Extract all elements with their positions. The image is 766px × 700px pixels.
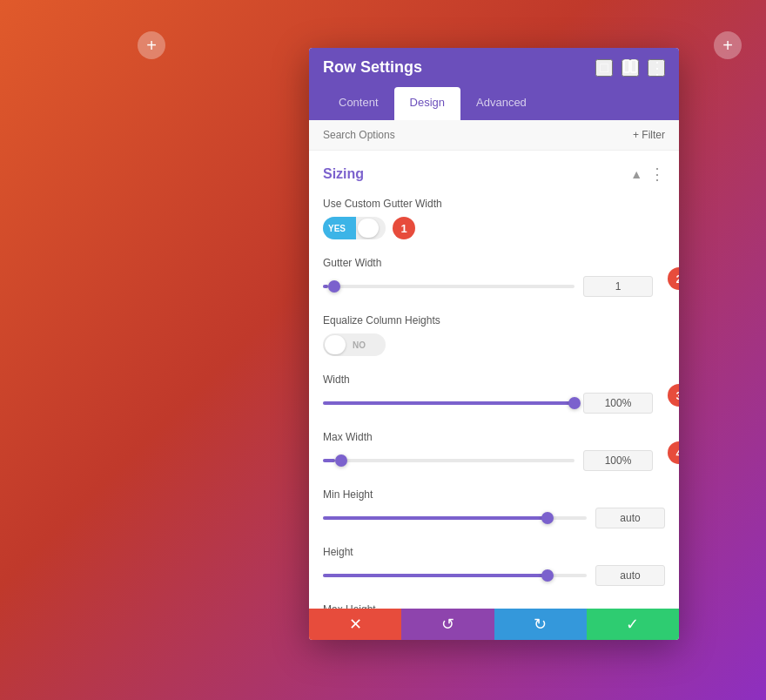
use-custom-gutter-field: Use Custom Gutter Width YES 1 bbox=[309, 191, 679, 250]
tab-content[interactable]: Content bbox=[323, 87, 394, 120]
sizing-more-button[interactable]: ⋮ bbox=[649, 165, 665, 184]
tab-bar: Content Design Advanced bbox=[309, 87, 679, 120]
more-options-icon-button[interactable]: ⋮ bbox=[648, 59, 665, 77]
gutter-width-slider-row: 1 bbox=[323, 276, 653, 297]
toggle-no-thumb bbox=[325, 335, 346, 354]
max-width-field: Max Width 100% 4 bbox=[309, 424, 679, 481]
gutter-width-label: Gutter Width bbox=[323, 257, 653, 269]
gutter-width-track bbox=[323, 285, 574, 288]
toggle-no-label: NO bbox=[347, 333, 371, 356]
gutter-width-slider[interactable] bbox=[323, 278, 574, 295]
gutter-width-field: Gutter Width 1 2 bbox=[309, 250, 679, 307]
panel-body: Sizing ▲ ⋮ Use Custom Gutter Width YES 1 bbox=[309, 151, 679, 609]
min-height-slider-row: auto bbox=[323, 508, 665, 528]
toggle-thumb bbox=[358, 219, 379, 238]
more-options-icon: ⋮ bbox=[648, 57, 665, 78]
badge-1: 1 bbox=[393, 217, 415, 239]
max-height-field: Max Height none bbox=[309, 596, 679, 609]
height-slider[interactable] bbox=[323, 567, 587, 584]
min-height-value: auto bbox=[595, 508, 665, 528]
width-track bbox=[323, 401, 574, 405]
tab-design[interactable]: Design bbox=[394, 87, 460, 120]
min-height-label: Min Height bbox=[323, 488, 665, 501]
width-slider[interactable] bbox=[323, 394, 574, 412]
height-slider-row: auto bbox=[323, 565, 665, 586]
max-width-value: 100% bbox=[583, 450, 653, 471]
footer-bar: ✕ ↺ ↻ ✓ bbox=[309, 609, 679, 640]
width-value: 100% bbox=[583, 393, 653, 414]
min-height-slider[interactable] bbox=[323, 509, 587, 527]
height-fill bbox=[323, 574, 548, 577]
max-width-slider[interactable] bbox=[323, 452, 574, 469]
sizing-section: Sizing ▲ ⋮ Use Custom Gutter Width YES 1 bbox=[309, 151, 679, 609]
search-bar: + Filter bbox=[309, 120, 679, 151]
copy-icon: □ bbox=[600, 60, 608, 76]
redo-button[interactable]: ↻ bbox=[494, 609, 587, 640]
save-button[interactable]: ✓ bbox=[587, 609, 679, 640]
min-height-thumb[interactable] bbox=[541, 512, 554, 524]
use-custom-gutter-label: Use Custom Gutter Width bbox=[323, 198, 665, 210]
equalize-toggle[interactable]: NO bbox=[323, 333, 386, 356]
max-width-track bbox=[323, 459, 574, 462]
width-fill bbox=[323, 401, 574, 405]
height-thumb[interactable] bbox=[541, 569, 554, 582]
copy-icon-button[interactable]: □ bbox=[595, 59, 613, 77]
max-width-fill bbox=[323, 459, 335, 462]
modal-header: Row Settings □ ⋮ bbox=[309, 48, 679, 87]
cancel-button[interactable]: ✕ bbox=[309, 609, 401, 640]
min-height-field: Min Height auto bbox=[309, 481, 679, 539]
filter-label: + Filter bbox=[633, 129, 665, 141]
undo-button[interactable]: ↺ bbox=[401, 609, 494, 640]
filter-button[interactable]: + Filter bbox=[633, 129, 665, 141]
svg-rect-1 bbox=[631, 60, 636, 72]
max-width-label: Max Width bbox=[323, 431, 653, 443]
plus-icon-left: + bbox=[146, 36, 157, 56]
width-slider-row: 100% bbox=[323, 393, 653, 414]
modal-title: Row Settings bbox=[323, 58, 422, 77]
width-thumb[interactable] bbox=[568, 397, 581, 409]
toggle-yes-label: YES bbox=[323, 217, 356, 239]
search-input[interactable] bbox=[323, 129, 626, 141]
equalize-column-heights-field: Equalize Column Heights NO bbox=[309, 307, 679, 367]
gutter-width-thumb[interactable] bbox=[328, 280, 340, 293]
row-settings-modal: Row Settings □ ⋮ Content Design Advanced bbox=[309, 48, 679, 640]
undo-icon: ↺ bbox=[441, 615, 454, 634]
sizing-collapse-button[interactable]: ▲ bbox=[630, 167, 642, 181]
max-width-thumb[interactable] bbox=[335, 454, 347, 467]
tab-advanced[interactable]: Advanced bbox=[460, 87, 542, 120]
use-custom-gutter-toggle[interactable]: YES bbox=[323, 217, 386, 239]
cancel-icon: ✕ bbox=[349, 615, 362, 634]
height-track bbox=[323, 574, 587, 577]
height-label: Height bbox=[323, 546, 665, 558]
equalize-column-heights-label: Equalize Column Heights bbox=[323, 314, 665, 326]
min-height-fill bbox=[323, 516, 548, 520]
sizing-controls: ▲ ⋮ bbox=[630, 165, 665, 184]
redo-icon: ↻ bbox=[534, 615, 547, 634]
width-label: Width bbox=[323, 374, 653, 386]
layout-icon-button[interactable] bbox=[622, 59, 639, 77]
badge-2: 2 bbox=[668, 267, 679, 290]
badge-3: 3 bbox=[668, 384, 679, 407]
height-field: Height auto bbox=[309, 539, 679, 596]
plus-icon-right: + bbox=[722, 36, 733, 56]
gutter-width-value: 1 bbox=[583, 276, 653, 297]
plus-button-right[interactable]: + bbox=[714, 31, 742, 59]
width-field: Width 100% 3 bbox=[309, 367, 679, 424]
save-icon: ✓ bbox=[626, 615, 639, 634]
sizing-title: Sizing bbox=[323, 166, 364, 182]
layout-icon bbox=[623, 59, 637, 77]
max-width-slider-row: 100% bbox=[323, 450, 653, 471]
badge-4: 4 bbox=[668, 441, 679, 464]
min-height-track bbox=[323, 516, 587, 520]
sizing-section-header: Sizing ▲ ⋮ bbox=[309, 151, 679, 191]
header-icons: □ ⋮ bbox=[595, 59, 665, 77]
height-value: auto bbox=[595, 565, 665, 586]
svg-rect-0 bbox=[624, 60, 629, 72]
plus-button-left[interactable]: + bbox=[138, 31, 165, 59]
